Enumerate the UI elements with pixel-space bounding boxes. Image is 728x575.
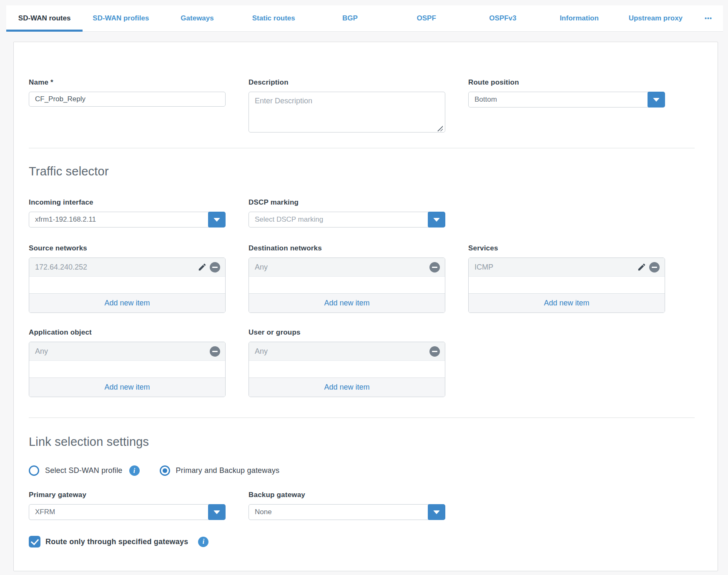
services-add-button[interactable]: Add new item: [469, 293, 665, 312]
primary-gateway-label: Primary gateway: [29, 491, 226, 499]
backup-gateway-label: Backup gateway: [249, 491, 445, 499]
name-label: Name *: [29, 78, 226, 87]
backup-gateway-value: None: [255, 508, 272, 516]
remove-icon[interactable]: [649, 262, 660, 272]
radio-selected-icon[interactable]: [160, 465, 170, 476]
application-object-listbox: Any Add new item: [29, 342, 226, 397]
destination-networks-add-button[interactable]: Add new item: [249, 293, 445, 312]
info-icon[interactable]: i: [129, 465, 140, 476]
name-field-group: Name *: [29, 78, 226, 107]
primary-gateway-dropdown-button[interactable]: [208, 504, 226, 520]
route-position-dropdown-button[interactable]: [648, 92, 665, 108]
destination-networks-field-group: Destination networks Any Add new item: [249, 244, 445, 313]
incoming-interface-select[interactable]: xfrm1-192.168.2.11: [29, 212, 226, 228]
list-item: ICMP: [469, 258, 665, 277]
primary-gateway-select[interactable]: XFRM: [29, 504, 226, 520]
user-or-groups-label: User or groups: [249, 328, 445, 337]
tab-sdwan-routes[interactable]: SD-WAN routes: [6, 5, 83, 31]
source-networks-label: Source networks: [29, 244, 226, 252]
info-icon[interactable]: i: [198, 537, 208, 547]
chevron-down-icon: [213, 510, 220, 514]
description-textarea[interactable]: [249, 92, 445, 132]
link-selection-radio-row: Select SD-WAN profile i Primary and Back…: [29, 465, 695, 476]
dscp-marking-placeholder: Select DSCP marking: [255, 215, 323, 224]
backup-gateway-select[interactable]: None: [249, 504, 445, 520]
services-label: Services: [468, 244, 665, 252]
tab-ospf[interactable]: OSPF: [388, 5, 464, 31]
user-or-groups-field-group: User or groups Any Add new item: [249, 328, 445, 397]
name-input[interactable]: [29, 92, 226, 107]
section-divider: [29, 148, 695, 148]
source-networks-listbox: 172.64.240.252 Add new item: [29, 258, 226, 313]
tab-sdwan-profiles[interactable]: SD-WAN profiles: [83, 5, 159, 31]
list-empty-area: [469, 277, 665, 293]
route-only-checkbox-checked[interactable]: [29, 536, 40, 548]
list-item-text: 172.64.240.252: [35, 263, 198, 272]
user-or-groups-add-button[interactable]: Add new item: [249, 378, 445, 397]
route-position-field-group: Route position Bottom: [468, 78, 665, 108]
route-form-card: Name * Description Route position Bottom: [13, 42, 718, 571]
tab-information[interactable]: Information: [541, 5, 618, 31]
radio-primary-backup-gateways[interactable]: Primary and Backup gateways: [160, 465, 280, 476]
list-item: Any: [249, 258, 445, 277]
dscp-marking-field-group: DSCP marking Select DSCP marking: [249, 198, 445, 228]
dscp-marking-label: DSCP marking: [249, 198, 445, 207]
application-object-field-group: Application object Any Add new item: [29, 328, 226, 397]
description-label: Description: [249, 78, 445, 87]
user-or-groups-listbox: Any Add new item: [249, 342, 445, 397]
tab-more-menu[interactable]: •••: [694, 5, 723, 31]
incoming-interface-value: xfrm1-192.168.2.11: [35, 215, 96, 224]
application-object-add-button[interactable]: Add new item: [29, 378, 225, 397]
tab-static-routes[interactable]: Static routes: [236, 5, 312, 31]
list-empty-area: [249, 277, 445, 293]
traffic-selector-title: Traffic selector: [29, 164, 695, 178]
backup-gateway-dropdown-button[interactable]: [428, 504, 445, 520]
list-item: Any: [29, 342, 225, 361]
list-empty-area: [29, 277, 225, 293]
chevron-down-icon: [433, 510, 440, 514]
route-position-label: Route position: [468, 78, 665, 87]
chevron-down-icon: [653, 98, 660, 102]
destination-networks-listbox: Any Add new item: [249, 258, 445, 313]
tab-gateways[interactable]: Gateways: [159, 5, 235, 31]
primary-gateway-value: XFRM: [35, 508, 55, 516]
route-only-row: Route only through specified gateways i: [29, 536, 695, 548]
remove-icon[interactable]: [210, 262, 220, 272]
tab-ospfv3[interactable]: OSPFv3: [464, 5, 541, 31]
tab-bgp[interactable]: BGP: [312, 5, 388, 31]
radio-select-sdwan-profile[interactable]: Select SD-WAN profile i: [29, 465, 140, 476]
list-item-text: Any: [35, 347, 210, 356]
remove-icon[interactable]: [429, 346, 440, 357]
edit-icon[interactable]: [198, 262, 207, 272]
chevron-down-icon: [213, 218, 220, 222]
incoming-interface-label: Incoming interface: [29, 198, 226, 207]
remove-icon[interactable]: [210, 346, 220, 357]
services-listbox: ICMP Add new item: [468, 258, 665, 313]
list-item-text: Any: [255, 347, 429, 356]
incoming-interface-dropdown-button[interactable]: [208, 212, 226, 228]
section-divider: [29, 418, 695, 418]
dscp-marking-dropdown-button[interactable]: [428, 212, 445, 228]
remove-icon[interactable]: [429, 262, 440, 272]
chevron-down-icon: [433, 218, 440, 222]
route-position-select[interactable]: Bottom: [468, 92, 665, 108]
source-networks-add-button[interactable]: Add new item: [29, 293, 225, 312]
radio-label: Primary and Backup gateways: [176, 466, 280, 475]
application-object-label: Application object: [29, 328, 226, 337]
dscp-marking-select[interactable]: Select DSCP marking: [249, 212, 445, 228]
services-field-group: Services ICMP Add new item: [468, 244, 665, 313]
tab-upstream-proxy[interactable]: Upstream proxy: [618, 5, 694, 31]
backup-gateway-field-group: Backup gateway None: [249, 491, 445, 520]
radio-label: Select SD-WAN profile: [45, 466, 123, 475]
description-field-group: Description: [249, 78, 445, 134]
route-only-label: Route only through specified gateways: [45, 538, 188, 546]
list-item-text: Any: [255, 263, 429, 272]
primary-gateway-field-group: Primary gateway XFRM: [29, 491, 226, 520]
list-item: 172.64.240.252: [29, 258, 225, 277]
radio-unselected-icon[interactable]: [29, 465, 39, 476]
link-selection-title: Link selection settings: [29, 435, 695, 449]
edit-icon[interactable]: [637, 262, 646, 272]
route-position-value: Bottom: [474, 95, 497, 104]
list-item-text: ICMP: [474, 263, 637, 272]
list-item: Any: [249, 342, 445, 361]
